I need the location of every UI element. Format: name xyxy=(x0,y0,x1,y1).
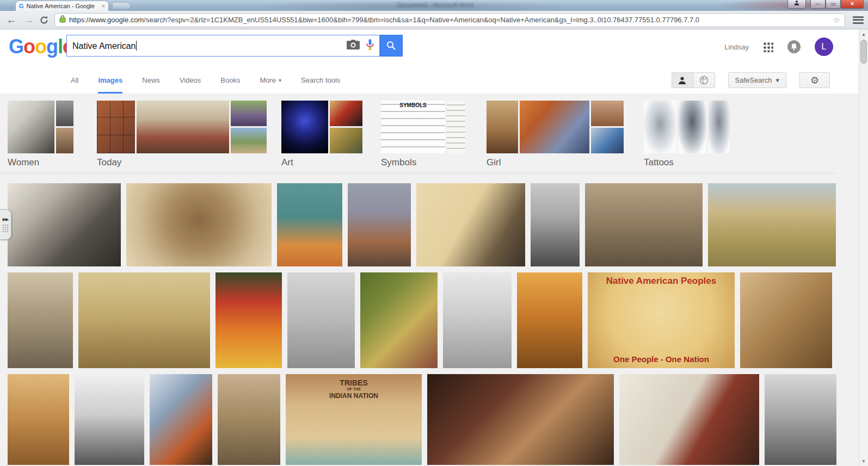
result-bw-white-headdress[interactable] xyxy=(75,374,144,465)
related-search-label[interactable]: Today xyxy=(97,157,267,168)
thumb-symbols-column[interactable] xyxy=(447,101,465,153)
result-sepia-seated-chief[interactable] xyxy=(8,272,73,368)
result-painting-group-outdoors[interactable] xyxy=(708,183,836,266)
result-sepia-chief-headdress[interactable] xyxy=(126,183,272,266)
tab-close-icon[interactable]: × xyxy=(102,3,105,9)
browser-tab[interactable]: G Native American - Google × xyxy=(15,1,109,11)
voice-search-mic-icon[interactable] xyxy=(366,39,374,52)
result-baby-cradleboard[interactable] xyxy=(218,374,280,465)
notifications-bell-icon[interactable] xyxy=(787,40,801,53)
search-by-image-camera-icon[interactable] xyxy=(347,40,360,52)
reload-icon[interactable] xyxy=(39,15,49,25)
scroll-up-icon[interactable]: ▲ xyxy=(859,30,868,39)
result-colorized-chief[interactable] xyxy=(360,272,438,368)
result-sepia-three-men[interactable] xyxy=(585,183,703,266)
thumbnail-column xyxy=(591,101,624,153)
related-search-girl[interactable]: Girl xyxy=(487,101,624,168)
related-search-label[interactable]: Symbols xyxy=(381,157,465,168)
related-search-women[interactable]: Women xyxy=(8,101,73,168)
related-search-label[interactable]: Women xyxy=(8,157,73,168)
result-bw-portrait-feather[interactable] xyxy=(531,183,580,266)
thumb-woman-field-bw[interactable] xyxy=(8,101,54,153)
related-search-tattoos[interactable]: Tattoos xyxy=(644,101,730,168)
result-painting-profile-headdress[interactable] xyxy=(416,183,525,266)
address-bar[interactable]: https://www.google.com/search?espv=2&rlz… xyxy=(54,13,845,27)
related-search-art[interactable]: Art xyxy=(281,101,362,168)
google-logo[interactable]: Google xyxy=(9,35,73,58)
scroll-down-icon[interactable]: ▼ xyxy=(859,457,868,466)
tab-all[interactable]: All xyxy=(71,67,78,94)
back-icon[interactable]: ← xyxy=(4,15,19,25)
docked-panel-handle[interactable]: ▶▶ xyxy=(0,209,11,240)
profile-button[interactable] xyxy=(787,0,806,9)
result-two-women-regalia[interactable] xyxy=(427,374,614,465)
result-map-native-american-peoples[interactable]: Native American PeoplesOne People - One … xyxy=(588,272,735,368)
page-scrollbar[interactable]: ▲ ▼ xyxy=(859,30,868,466)
search-input[interactable]: Native American xyxy=(72,41,340,51)
scrollbar-thumb[interactable] xyxy=(860,40,867,64)
result-bw-sitting-bull-seated[interactable] xyxy=(443,272,512,368)
result-dancer-regalia[interactable] xyxy=(216,272,282,368)
close-button[interactable]: ✕ xyxy=(841,0,864,9)
thumb-woman-portrait-bw[interactable] xyxy=(56,101,73,126)
thumb-totem-eagle-art[interactable] xyxy=(330,101,362,126)
thumb-tattoo-skull-headdress[interactable] xyxy=(678,101,706,153)
globe-filter-button[interactable] xyxy=(693,72,715,88)
user-name-link[interactable]: Lindsay xyxy=(724,43,749,51)
result-map-tribes-indian-nation[interactable]: TRIBESOF THEINDIAN NATION xyxy=(286,374,422,465)
maximize-button[interactable]: ▭ xyxy=(826,0,841,9)
thumb-crowd-field[interactable] xyxy=(231,128,267,153)
settings-gear-icon[interactable]: ⚙ xyxy=(799,72,830,88)
thumb-tattoo-headdress-sketch[interactable] xyxy=(708,101,730,153)
safesearch-dropdown[interactable]: SafeSearch ▾ xyxy=(728,72,786,88)
tab-more[interactable]: More▾ xyxy=(260,67,281,94)
result-face-paint-closeup[interactable] xyxy=(150,374,212,465)
minimize-button[interactable]: — xyxy=(810,0,826,9)
tab-images[interactable]: Images xyxy=(98,67,122,94)
bookmark-star-icon[interactable]: ☆ xyxy=(833,15,840,25)
result-painting-red-turban[interactable] xyxy=(348,183,411,266)
results-row-3: TRIBESOF THEINDIAN NATION xyxy=(8,374,836,465)
search-button[interactable] xyxy=(380,35,403,57)
thumb-powwow-indoors[interactable] xyxy=(137,101,229,153)
thumb-tattoo-feather[interactable] xyxy=(644,101,676,153)
result-golden-chief[interactable] xyxy=(517,272,582,368)
result-painting-rushmore-chiefs[interactable] xyxy=(78,272,210,368)
related-search-today[interactable]: Today xyxy=(97,101,267,168)
new-tab-button[interactable] xyxy=(112,2,131,9)
thumb-girl-headdress[interactable] xyxy=(520,101,589,153)
thumb-girl-sepia[interactable] xyxy=(487,101,518,153)
ssl-lock-icon[interactable] xyxy=(59,15,66,25)
tab-books[interactable]: Books xyxy=(220,67,240,94)
result-bw-chief-headdress[interactable] xyxy=(8,183,121,266)
thumb-symbols-chart[interactable]: SYMBOLS xyxy=(381,101,445,153)
thumb-dreamcatcher-art[interactable] xyxy=(281,101,328,153)
thumb-girl-face[interactable] xyxy=(591,101,624,126)
result-bw-standing-man[interactable] xyxy=(287,272,355,368)
related-search-label[interactable]: Girl xyxy=(487,157,624,168)
tab-videos[interactable]: Videos xyxy=(180,67,201,94)
tab-search-tools[interactable]: Search tools xyxy=(301,67,340,94)
chrome-menu-icon[interactable] xyxy=(853,16,864,24)
thumb-woman-portrait-sepia[interactable] xyxy=(56,128,73,153)
thumb-dancer-painting[interactable] xyxy=(330,128,362,153)
thumb-portrait-grid[interactable] xyxy=(97,101,135,153)
image-text-overlay: Native American Peoples xyxy=(588,276,735,287)
thumb-group-outdoors[interactable] xyxy=(231,101,267,126)
apps-grid-icon[interactable] xyxy=(763,42,773,52)
result-sepia-profile-feather[interactable] xyxy=(740,272,832,368)
forward-icon[interactable]: → xyxy=(22,15,36,25)
search-box[interactable]: Native American xyxy=(66,35,380,57)
account-avatar[interactable]: L xyxy=(815,38,833,56)
result-bw-elder-portrait[interactable] xyxy=(765,374,836,465)
result-painting-chief-teal[interactable] xyxy=(277,183,342,266)
result-painting-warrior-horse[interactable] xyxy=(8,374,69,465)
people-filter-button[interactable] xyxy=(672,72,693,88)
url-path: /search?espv=2&rlz=1C1KMZB_enUS514US551&… xyxy=(144,16,699,24)
related-search-label[interactable]: Tattoos xyxy=(644,157,730,168)
tab-news[interactable]: News xyxy=(142,67,160,94)
result-red-mohawk-man[interactable] xyxy=(619,374,759,465)
related-search-symbols[interactable]: SYMBOLSSymbols xyxy=(381,101,465,168)
thumb-girl-face-paint[interactable] xyxy=(591,128,624,153)
related-search-label[interactable]: Art xyxy=(281,157,362,168)
